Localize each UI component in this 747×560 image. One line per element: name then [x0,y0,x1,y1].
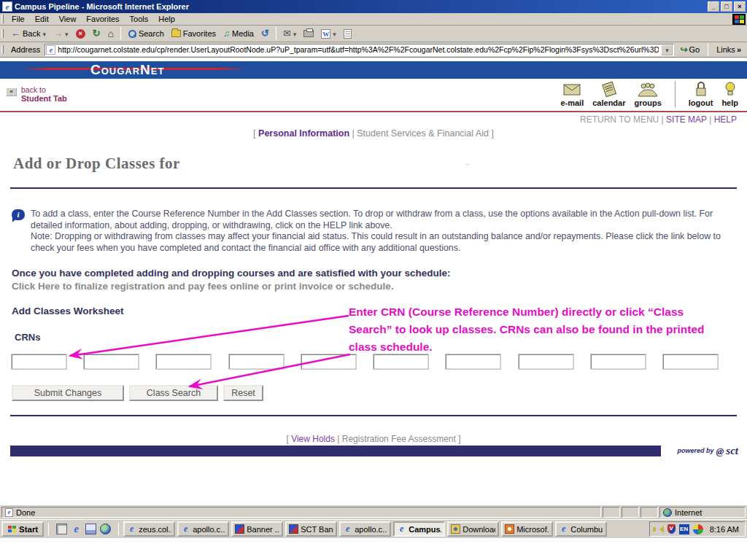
address-field[interactable]: e http://cougarnet.colstate.edu/cp/rende… [44,44,674,56]
history-button[interactable] [258,26,272,41]
menu-file[interactable]: File [7,14,30,24]
crn-input-3[interactable] [156,354,211,369]
toolbar-grip [1,29,4,38]
personal-information-tab[interactable]: Personal Information [258,128,349,139]
go-button[interactable]: Go [677,44,703,55]
address-dropdown-button[interactable] [661,44,673,55]
back-arrows-icon[interactable] [6,88,17,96]
menu-edit[interactable]: Edit [30,14,54,24]
start-button[interactable]: Start [1,521,44,537]
address-url[interactable]: http://cougarnet.colstate.edu/cp/render.… [58,45,659,54]
home-button[interactable] [104,26,116,41]
mail-shortcut-icon[interactable] [85,524,96,534]
crn-input-7[interactable] [446,354,500,369]
menu-grip [1,15,4,23]
completed-heading: Once you have completed adding and dropp… [12,268,451,279]
taskbar-button[interactable]: zeus.col... [123,521,175,537]
tray-app-icon[interactable] [693,524,703,534]
antivirus-shield-icon[interactable]: V [667,524,676,534]
task-icon [235,524,244,534]
help-link[interactable]: help [721,81,738,107]
crn-input-1[interactable] [12,354,66,369]
discuss-button[interactable] [341,26,355,41]
back-to-label[interactable]: back to Student Tab [21,85,67,103]
menu-favorites[interactable]: Favorites [81,14,124,24]
task-icon [181,524,190,534]
search-label: Search [139,29,164,38]
media-shortcut-icon[interactable] [100,524,111,534]
groups-link[interactable]: groups [634,82,661,107]
return-to-menu-link[interactable]: RETURN TO MENU [580,114,659,125]
email-link[interactable]: e-mail [560,82,584,107]
taskbar-button-active[interactable]: Campus... [393,521,445,537]
back-to-student-tab-link[interactable]: back to Student Tab [6,85,67,103]
submit-changes-button[interactable]: Submit Changes [12,385,124,401]
edit-dropdown-icon[interactable] [333,29,336,38]
crn-input-9[interactable] [591,354,646,369]
show-desktop-icon[interactable] [56,524,67,534]
back-dropdown-icon[interactable] [42,29,46,38]
reset-button[interactable]: Reset [223,385,263,401]
taskbar-button[interactable]: apollo.c... [177,521,229,537]
instructions-text: To add a class, enter the Course Referen… [31,209,734,254]
crn-input-8[interactable] [519,354,573,369]
crn-input-10[interactable] [663,354,718,369]
print-button[interactable] [301,26,317,41]
divider-rule [10,415,737,416]
class-search-button[interactable]: Class Search [129,385,218,401]
taskbar-button[interactable]: Download [447,521,499,537]
volume-icon[interactable] [656,526,664,533]
back-to-line1: back to [21,85,67,94]
screen: e Campus Pipeline - Microsoft Internet E… [0,0,747,560]
taskbar-button[interactable]: Banner ... [231,521,283,537]
padlock-icon [694,81,708,97]
history-icon [261,28,269,39]
media-button[interactable]: Media [220,26,257,41]
crn-input-4[interactable] [229,354,284,369]
restore-button[interactable]: □ [721,1,732,12]
crn-input-6[interactable] [374,354,428,369]
mail-button[interactable] [280,26,299,41]
taskbar-button[interactable]: Microsof... [501,521,553,537]
breadcrumb-bracket: [ [253,128,258,139]
menu-help[interactable]: Help [153,14,180,24]
lightbulb-icon [724,81,736,97]
links-button[interactable]: Links [713,45,744,54]
close-button[interactable]: × [734,1,746,12]
view-holds-link[interactable]: View Holds [291,434,335,444]
search-button[interactable]: Search [125,26,167,41]
forward-dropdown-icon[interactable] [65,29,69,38]
taskbar-button[interactable]: apollo.c... [339,521,391,537]
stop-button[interactable] [73,26,88,41]
favorites-label: Favorites [183,29,216,38]
calendar-link[interactable]: calendar [592,81,625,107]
mail-dropdown-icon[interactable] [293,29,297,38]
crn-input-5[interactable] [301,354,356,369]
forward-button[interactable] [50,26,71,41]
crn-input-2[interactable] [84,354,139,369]
task-label: Banner ... [247,525,279,534]
internet-zone-icon [663,508,672,517]
site-map-link[interactable]: SITE MAP [666,114,707,125]
taskbar: Start e zeus.col... apollo.c... Banner .… [0,519,747,538]
task-label: zeus.col... [139,525,171,534]
student-services-tab[interactable]: Student Services & Financial Aid [357,128,489,139]
fee-assessment-link[interactable]: Registration Fee Assessment [342,434,456,444]
internet-explorer-icon[interactable]: e [71,524,82,534]
minimize-button[interactable]: _ [708,1,719,12]
back-button[interactable]: Back [8,26,49,41]
refresh-button[interactable] [90,26,104,41]
task-label: Download [462,525,495,534]
page-title: Add or Drop Classes for [13,155,180,173]
menu-view[interactable]: View [54,14,82,24]
footer-links: [ View Holds | Registration Fee Assessme… [0,434,747,444]
taskbar-button[interactable]: SCT Ban... [285,521,337,537]
language-indicator[interactable]: EN [679,524,689,534]
finalize-registration-link[interactable]: Click Here to finalize registration and … [12,281,394,292]
help-link-text[interactable]: HELP [714,114,737,125]
taskbar-button[interactable]: Columbu... [555,521,607,537]
menu-tools[interactable]: Tools [125,14,154,24]
logout-link[interactable]: logout [689,81,713,107]
edit-word-button[interactable] [318,26,339,41]
favorites-button[interactable]: Favorites [169,26,219,41]
